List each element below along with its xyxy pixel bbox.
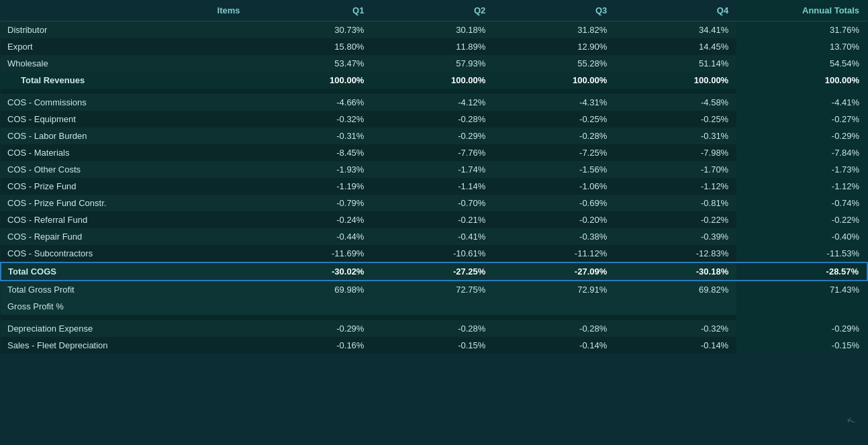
table-row: Total COGS-30.02%-27.25%-27.09%-30.18%-2…	[1, 262, 867, 281]
q1-value: 15.80%	[251, 38, 373, 55]
col-header-q2: Q2	[372, 0, 493, 21]
annual-value: -0.22%	[736, 211, 867, 228]
q4-value: -7.98%	[615, 144, 736, 161]
q2-value: -27.25%	[372, 262, 493, 281]
q4-value: 51.14%	[615, 55, 736, 72]
q1-value: -0.16%	[251, 337, 373, 354]
table-row: Depreciation Expense-0.29%-0.28%-0.28%-0…	[1, 320, 867, 337]
table-row: Sales - Fleet Depreciation-0.16%-0.15%-0…	[1, 337, 867, 354]
table-row: COS - Prize Fund Constr.-0.79%-0.70%-0.6…	[1, 195, 867, 211]
q3-value: -4.31%	[493, 94, 615, 111]
row-label: Export	[1, 38, 251, 55]
q1-value: -0.44%	[251, 228, 373, 245]
annual-value	[736, 298, 867, 315]
row-label: Total COGS	[1, 262, 251, 281]
q4-value: 34.41%	[615, 21, 736, 39]
col-header-q1: Q1	[251, 0, 373, 21]
row-label: COS - Commissions	[1, 94, 251, 111]
row-label: Gross Profit %	[1, 298, 251, 315]
q2-value: 100.00%	[372, 72, 493, 89]
q4-value: -1.12%	[615, 178, 736, 195]
row-label: Wholesale	[1, 55, 251, 72]
row-label: COS - Materials	[1, 144, 251, 161]
table-row: Total Gross Profit69.98%72.75%72.91%69.8…	[1, 281, 867, 298]
annual-value: -0.40%	[736, 228, 867, 245]
q4-value: -0.14%	[615, 337, 736, 354]
q2-value: -4.12%	[372, 94, 493, 111]
q2-value: -1.14%	[372, 178, 493, 195]
table-row: COS - Equipment-0.32%-0.28%-0.25%-0.25%-…	[1, 111, 867, 128]
annual-value: -28.57%	[736, 262, 867, 281]
q2-value: -0.28%	[372, 320, 493, 337]
q3-value: 100.00%	[493, 72, 615, 89]
q4-value: -0.22%	[615, 211, 736, 228]
col-header-annual: Annual Totals	[736, 0, 867, 21]
q4-value: -12.83%	[615, 245, 736, 262]
q1-value: -0.79%	[251, 195, 373, 211]
row-label: COS - Prize Fund	[1, 178, 251, 195]
q2-value: -0.41%	[372, 228, 493, 245]
q2-value: -0.29%	[372, 128, 493, 144]
q3-value: -27.09%	[493, 262, 615, 281]
annual-value: -0.29%	[736, 320, 867, 337]
q1-value: -1.19%	[251, 178, 373, 195]
q3-value: -0.20%	[493, 211, 615, 228]
q2-value: 57.93%	[372, 55, 493, 72]
annual-value: 100.00%	[736, 72, 867, 89]
q1-value: 69.98%	[251, 281, 373, 298]
row-label: COS - Labor Burden	[1, 128, 251, 144]
annual-value: -7.84%	[736, 144, 867, 161]
col-header-q3: Q3	[493, 0, 615, 21]
row-label: COS - Equipment	[1, 111, 251, 128]
q4-value: -4.58%	[615, 94, 736, 111]
q1-value: -30.02%	[251, 262, 373, 281]
table-row: COS - Commissions-4.66%-4.12%-4.31%-4.58…	[1, 94, 867, 111]
row-label: Depreciation Expense	[1, 320, 251, 337]
q1-value: -8.45%	[251, 144, 373, 161]
watermark: ⛏	[846, 415, 855, 426]
row-label: Total Gross Profit	[1, 281, 251, 298]
row-label: Sales - Fleet Depreciation	[1, 337, 251, 354]
row-label: COS - Repair Fund	[1, 228, 251, 245]
q4-value: 100.00%	[615, 72, 736, 89]
q1-value: -4.66%	[251, 94, 373, 111]
annual-value: -11.53%	[736, 245, 867, 262]
q4-value: -30.18%	[615, 262, 736, 281]
annual-value: -1.12%	[736, 178, 867, 195]
row-label: COS - Prize Fund Constr.	[1, 195, 251, 211]
q4-value: -0.32%	[615, 320, 736, 337]
q1-value: 100.00%	[251, 72, 373, 89]
row-label: Distributor	[1, 21, 251, 39]
q3-value: -0.28%	[493, 320, 615, 337]
q3-value	[493, 298, 615, 315]
table-row: COS - Subcontractors-11.69%-10.61%-11.12…	[1, 245, 867, 262]
annual-value: -0.15%	[736, 337, 867, 354]
annual-value: 13.70%	[736, 38, 867, 55]
q1-value: -0.24%	[251, 211, 373, 228]
col-header-items: Items	[1, 0, 251, 21]
q4-value: -1.70%	[615, 161, 736, 178]
q4-value: -0.31%	[615, 128, 736, 144]
q2-value	[372, 298, 493, 315]
q1-value: 53.47%	[251, 55, 373, 72]
q2-value: -0.28%	[372, 111, 493, 128]
q1-value	[251, 298, 373, 315]
q2-value: -1.74%	[372, 161, 493, 178]
table-row: COS - Other Costs-1.93%-1.74%-1.56%-1.70…	[1, 161, 867, 178]
annual-value: -0.27%	[736, 111, 867, 128]
q3-value: -7.25%	[493, 144, 615, 161]
annual-value: -4.41%	[736, 94, 867, 111]
row-label: COS - Other Costs	[1, 161, 251, 178]
table-row: Total Revenues100.00%100.00%100.00%100.0…	[1, 72, 867, 89]
table-row: Wholesale53.47%57.93%55.28%51.14%54.54%	[1, 55, 867, 72]
q2-value: -0.21%	[372, 211, 493, 228]
q3-value: -0.14%	[493, 337, 615, 354]
q3-value: -1.56%	[493, 161, 615, 178]
q3-value: 72.91%	[493, 281, 615, 298]
q2-value: 30.18%	[372, 21, 493, 39]
table-row: Export15.80%11.89%12.90%14.45%13.70%	[1, 38, 867, 55]
q2-value: -10.61%	[372, 245, 493, 262]
q2-value: -7.76%	[372, 144, 493, 161]
annual-value: 71.43%	[736, 281, 867, 298]
table-row: COS - Repair Fund-0.44%-0.41%-0.38%-0.39…	[1, 228, 867, 245]
